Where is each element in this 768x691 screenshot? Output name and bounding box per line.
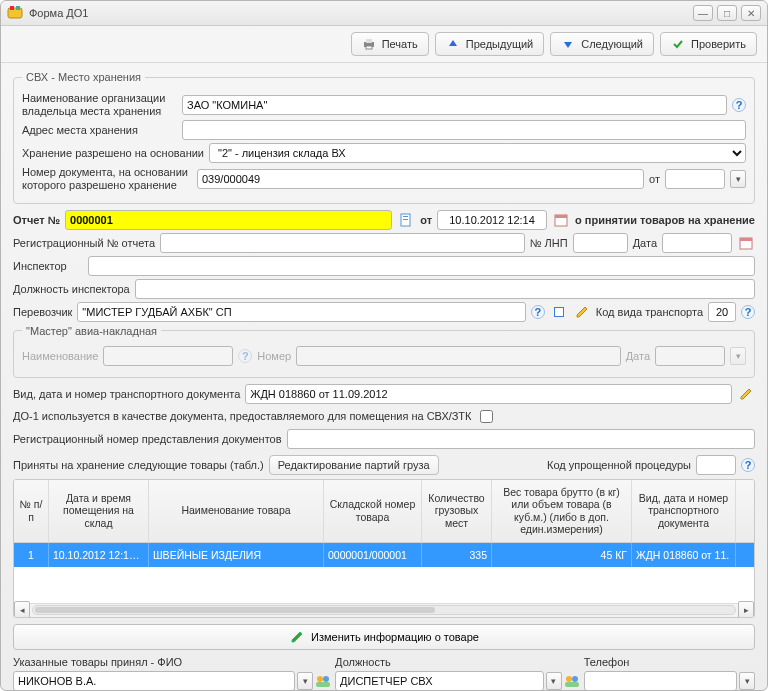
date2-label: Дата xyxy=(633,237,657,249)
report-date-input[interactable] xyxy=(437,210,547,230)
scroll-thumb[interactable] xyxy=(35,607,435,613)
help-icon[interactable]: ? xyxy=(531,305,545,319)
chevron-down-icon[interactable]: ▾ xyxy=(297,672,313,690)
docnum-from-label: от xyxy=(649,173,660,185)
reg-label: Регистрационный № отчета xyxy=(13,237,155,249)
master-name-label: Наименование xyxy=(22,350,98,362)
chevron-down-icon[interactable]: ▾ xyxy=(546,672,562,690)
scroll-right-icon[interactable]: ▸ xyxy=(738,601,754,618)
th-datetime[interactable]: Дата и время помещения на склад xyxy=(49,480,149,542)
th-name[interactable]: Наименование товара xyxy=(149,480,324,542)
th-sku[interactable]: Складской номер товара xyxy=(324,480,422,542)
svg-rect-17 xyxy=(316,682,330,687)
do1-doc-label: ДО-1 используется в качестве документа, … xyxy=(13,410,471,422)
svg-rect-20 xyxy=(565,682,579,687)
inspector-input[interactable] xyxy=(88,256,755,276)
help-icon[interactable]: ? xyxy=(741,458,755,472)
svg-rect-4 xyxy=(366,39,372,43)
accepted-by-label: Указанные товары принял - ФИО xyxy=(13,656,331,668)
scroll-track[interactable] xyxy=(32,605,736,615)
edit-icon[interactable] xyxy=(737,385,755,403)
help-icon[interactable]: ? xyxy=(732,98,746,112)
reg-input[interactable] xyxy=(160,233,525,253)
transport-code-input[interactable] xyxy=(708,302,736,322)
proc-code-input[interactable] xyxy=(696,455,736,475)
chevron-down-icon[interactable]: ▾ xyxy=(739,672,755,690)
edit-batches-button[interactable]: Редактирование партий груза xyxy=(269,455,439,475)
lnp-input[interactable] xyxy=(573,233,628,253)
h-scrollbar[interactable]: ◂ ▸ xyxy=(14,603,754,617)
check-button[interactable]: Проверить xyxy=(660,32,757,56)
svg-rect-5 xyxy=(366,46,372,49)
accepted-by-input[interactable] xyxy=(13,671,295,690)
toolbar: Печать Предыдущий Следующий Проверить xyxy=(1,26,767,63)
th-transdoc[interactable]: Вид, дата и номер транспортного документ… xyxy=(632,480,736,542)
transdoc-input[interactable] xyxy=(245,384,732,404)
print-button[interactable]: Печать xyxy=(351,32,429,56)
svg-rect-8 xyxy=(403,219,408,220)
window-title: Форма ДО1 xyxy=(29,7,693,19)
svh-legend: СВХ - Место хранения xyxy=(22,71,145,83)
report-label: Отчет № xyxy=(13,214,60,226)
arrow-down-icon xyxy=(561,37,575,51)
svg-point-16 xyxy=(323,676,329,682)
titlebar: Форма ДО1 — □ ✕ xyxy=(1,1,767,26)
th-num[interactable]: № п/п xyxy=(14,480,49,542)
carrier-label: Перевозчик xyxy=(13,306,72,318)
check-label: Проверить xyxy=(691,38,746,50)
calendar-icon[interactable] xyxy=(552,211,570,229)
svg-rect-2 xyxy=(16,6,20,10)
close-button[interactable]: ✕ xyxy=(741,5,761,21)
basis-select[interactable]: "2" - лицензия склада ВХ xyxy=(209,143,746,163)
footer: Указанные товары принял - ФИО ▾ Должност… xyxy=(13,656,755,690)
th-places[interactable]: Количество грузовых мест xyxy=(422,480,492,542)
carrier-input[interactable] xyxy=(77,302,525,322)
phone-label: Телефон xyxy=(584,656,755,668)
position-input[interactable] xyxy=(335,671,544,690)
svg-rect-14 xyxy=(555,308,563,316)
edit-product-info-button[interactable]: Изменить информацию о товаре xyxy=(13,624,755,650)
help-icon[interactable]: ? xyxy=(741,305,755,319)
help-icon: ? xyxy=(238,349,252,363)
addr-input[interactable] xyxy=(182,120,746,140)
svg-point-15 xyxy=(317,676,323,682)
th-weight[interactable]: Вес товара брутто (в кг) или объем товар… xyxy=(492,480,632,542)
minimize-button[interactable]: — xyxy=(693,5,713,21)
docnum-from-input[interactable] xyxy=(665,169,725,189)
docnum-input[interactable] xyxy=(197,169,644,189)
prev-button[interactable]: Предыдущий xyxy=(435,32,544,56)
table-row[interactable]: 1 10.10.2012 12:14:00 ШВЕЙНЫЕ ИЗДЕЛИЯ 00… xyxy=(14,543,754,567)
phone-input[interactable] xyxy=(584,671,737,690)
proc-code-label: Код упрощенной процедуры xyxy=(547,459,691,471)
doc-number-icon[interactable] xyxy=(397,211,415,229)
basis-label: Хранение разрешено на основании xyxy=(22,147,204,159)
position-label: Должность xyxy=(335,656,580,668)
maximize-button[interactable]: □ xyxy=(717,5,737,21)
master-num-input xyxy=(296,346,621,366)
regnum-input[interactable] xyxy=(287,429,755,449)
people-icon[interactable] xyxy=(315,673,331,689)
addr-label: Адрес места хранения xyxy=(22,124,177,136)
book-icon[interactable] xyxy=(550,303,568,321)
svg-rect-1 xyxy=(10,6,14,10)
org-input[interactable] xyxy=(182,95,727,115)
report-number-input[interactable] xyxy=(65,210,392,230)
inspector-pos-input[interactable] xyxy=(135,279,755,299)
master-group: "Мастер" авиа-накладная Наименование ? Н… xyxy=(13,325,755,378)
check-icon xyxy=(671,37,685,51)
do1-checkbox[interactable] xyxy=(480,410,493,423)
scroll-left-icon[interactable]: ◂ xyxy=(14,601,30,618)
docnum-label: Номер документа, на основании которого р… xyxy=(22,166,192,191)
master-legend: "Мастер" авиа-накладная xyxy=(22,325,161,337)
svg-rect-12 xyxy=(740,238,752,241)
transport-code-label: Код вида транспорта xyxy=(596,306,703,318)
date2-input[interactable] xyxy=(662,233,732,253)
calendar-icon[interactable]: ▾ xyxy=(730,170,746,188)
next-button[interactable]: Следующий xyxy=(550,32,654,56)
transdoc-label: Вид, дата и номер транспортного документ… xyxy=(13,388,240,400)
edit-icon xyxy=(289,629,305,645)
people-icon[interactable] xyxy=(564,673,580,689)
calendar-icon[interactable] xyxy=(737,234,755,252)
svg-point-18 xyxy=(566,676,572,682)
edit-icon[interactable] xyxy=(573,303,591,321)
